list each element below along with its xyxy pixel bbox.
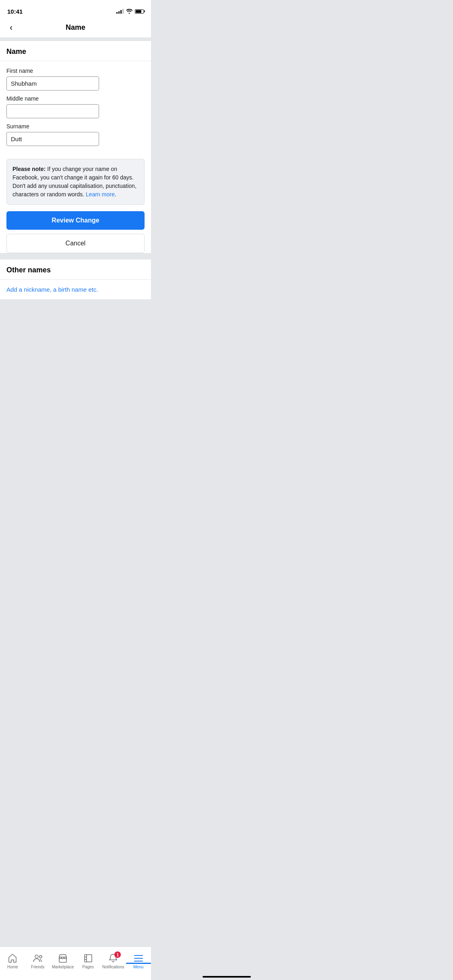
nav-header: ‹ Name — [0, 18, 151, 38]
status-time: 10:41 — [7, 8, 23, 15]
add-other-name-button[interactable]: Add a nickname, a birth name etc. — [0, 280, 151, 299]
middle-name-group: Middle name — [6, 95, 145, 118]
status-bar: 10:41 — [0, 0, 151, 18]
status-icons — [116, 9, 144, 14]
middle-name-input[interactable] — [6, 104, 99, 118]
middle-name-label: Middle name — [6, 95, 145, 102]
wifi-icon — [126, 9, 132, 14]
signal-icon — [116, 9, 124, 14]
surname-group: Surname — [6, 123, 145, 146]
other-names-title: Other names — [6, 266, 51, 274]
first-name-group: First name — [6, 68, 145, 91]
cancel-button[interactable]: Cancel — [6, 234, 145, 253]
review-change-button[interactable]: Review Change — [6, 211, 145, 230]
battery-icon — [135, 9, 144, 14]
first-name-label: First name — [6, 68, 145, 74]
main-content: Name First name Middle name Surname Plea… — [0, 38, 151, 339]
name-card-title: Name — [6, 47, 26, 56]
back-button[interactable]: ‹ — [6, 19, 16, 36]
notice-box: Please note: If you change your name on … — [6, 159, 145, 205]
first-name-input[interactable] — [6, 76, 99, 91]
surname-label: Surname — [6, 123, 145, 130]
name-card-header: Name — [0, 41, 151, 61]
surname-input[interactable] — [6, 132, 99, 146]
name-form: First name Middle name Surname — [0, 61, 151, 157]
notice-period: . — [115, 191, 116, 198]
page-title: Name — [66, 23, 85, 32]
notice-bold: Please note: — [12, 166, 46, 172]
other-names-card: Other names Add a nickname, a birth name… — [0, 259, 151, 299]
learn-more-link[interactable]: Learn more — [86, 191, 115, 198]
name-card: Name First name Middle name Surname Plea… — [0, 41, 151, 253]
other-names-header: Other names — [0, 259, 151, 280]
